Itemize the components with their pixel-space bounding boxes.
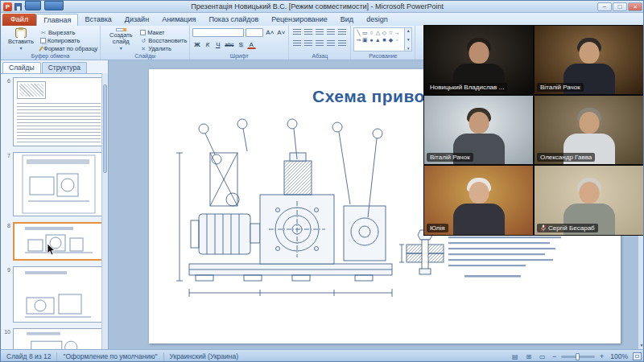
shapes-gallery-scrollbar[interactable]: ▲ ▼ ▾ [405,27,412,51]
tab-home[interactable]: Главная [36,14,78,26]
status-bar: Слайд 8 из 12 "Оформление по умолчанию" … [1,349,644,362]
tab-animation[interactable]: Анимация [155,14,202,26]
shape-icon[interactable]: ▭ [361,29,368,36]
align-center-icon[interactable] [304,40,312,47]
tab-review[interactable]: Рецензирование [265,14,334,26]
slide-thumbnail[interactable] [13,77,105,146]
zoom-out-button[interactable]: − [551,352,558,360]
save-icon[interactable] [14,3,22,10]
scissors-icon: ✂ [40,30,47,36]
panel-scrollbar-thumb[interactable] [103,84,107,173]
new-slide-label: Создать слайд [103,32,138,45]
thumbnail-drawing [14,224,103,259]
cut-button[interactable]: ✂ Вырезать [40,29,97,36]
zoom-in-button[interactable]: + [598,352,605,360]
tab-outline[interactable]: Структура [42,62,87,73]
decrease-indent-icon[interactable] [316,29,324,35]
shape-icon[interactable]: ● [368,36,374,43]
new-slide-dropdown-arrow[interactable]: ▾ [120,45,122,51]
text-shadow-button[interactable]: S [237,40,246,49]
shape-icon[interactable]: ☆ [387,29,394,36]
panel-scrollbar[interactable] [101,73,108,349]
powerpoint-app-icon[interactable]: P [3,2,12,11]
shape-icon[interactable]: ╲ [355,29,361,36]
theme-name[interactable]: "Оформление по умолчанию" [57,352,163,360]
slide-thumbnail[interactable] [13,328,105,349]
align-left-icon[interactable] [293,40,301,47]
shape-icon[interactable]: ⇒ [355,36,361,43]
italic-button[interactable]: К [203,40,212,49]
new-slide-button[interactable]: Создать слайд ▾ [103,27,138,51]
participant-tile[interactable]: Новицький Владислав ... [423,25,534,95]
columns-icon[interactable] [338,40,346,47]
increase-indent-icon[interactable] [327,29,335,35]
participant-name-label: Новицький Владислав ... [427,83,507,92]
tab-design-addin[interactable]: design [360,14,394,26]
shape-icon[interactable]: ○ [368,29,374,36]
participant-tile[interactable]: Олександр Гавва [534,95,644,165]
slideshow-view-button[interactable]: ▭ [537,352,547,361]
maximize-button[interactable]: □ [613,2,627,11]
new-slide-icon [116,28,126,31]
font-color-button[interactable]: А [247,40,256,49]
participant-tile[interactable]: Сергій Бесараб [534,165,644,236]
participant-tile[interactable]: Юлія [423,165,534,236]
shape-icon[interactable]: ◇ [381,29,387,36]
strikethrough-button[interactable]: abc [224,40,234,49]
shape-icon[interactable]: ▣ [361,36,368,43]
tab-insert[interactable]: Вставка [78,14,118,26]
slide-thumbnail-selected[interactable] [13,222,105,261]
tab-view[interactable]: Вид [334,14,360,26]
paste-clipboard-icon [15,28,27,38]
font-size-select[interactable] [246,28,263,37]
font-name-select[interactable] [192,28,244,37]
tab-slideshow[interactable]: Показ слайдов [202,14,265,26]
shape-icon[interactable]: ◦ [394,36,400,43]
shape-icon[interactable]: ▲ [374,36,381,43]
underline-button[interactable]: Ч [213,40,222,49]
slide-panel: Слайды Структура 6 7 [1,60,109,349]
tab-design[interactable]: Дизайн [118,14,155,26]
tab-slides[interactable]: Слайды [2,62,41,73]
slide-sorter-view-button[interactable]: ⊞ [523,352,534,361]
shape-icon[interactable]: → [394,29,400,36]
participant-tile[interactable]: Віталій Рачок [423,95,534,165]
participant-tile[interactable]: Віталій Рачок [534,25,644,95]
shape-icon[interactable]: ■ [381,36,387,43]
delete-label: Удалить [148,45,171,52]
line-spacing-icon[interactable] [338,29,346,35]
font-group: A˄ A˅ Ж К Ч abc S А Шрифт [190,26,289,60]
numbered-list-icon[interactable] [304,29,312,35]
drawing-group: ╲▭○△◇☆→⇒▣●▲■◆◦ ▲ ▼ ▾ Рисование [351,26,415,60]
reset-button[interactable]: ↺ Восстановить [140,37,187,44]
paste-dropdown-arrow[interactable]: ▾ [19,45,22,51]
zoom-slider[interactable] [561,356,595,358]
gallery-more-icon[interactable]: ▾ [405,46,411,51]
shape-icon[interactable]: ◆ [387,36,394,43]
bold-button[interactable]: Ж [192,40,201,49]
scroll-down-icon[interactable]: ▼ [638,342,644,349]
slide-thumbnail[interactable] [13,266,105,323]
zoom-slider-thumb[interactable] [576,353,580,360]
scroll-up-icon[interactable]: ▲ [405,28,411,33]
minimize-button[interactable]: − [597,2,612,11]
tab-file[interactable]: Файл [2,14,36,26]
format-painter-button[interactable]: Формат по образцу [40,45,97,52]
normal-view-button[interactable]: ▤ [510,352,520,361]
bullet-list-icon[interactable] [293,29,301,35]
fit-to-window-button[interactable] [633,352,642,360]
copy-button[interactable]: Копировать [40,37,97,44]
grow-font-icon[interactable]: A˄ [265,28,275,37]
justify-icon[interactable] [327,40,335,47]
delete-button[interactable]: ✕ Удалить [140,45,187,52]
shape-icon[interactable]: △ [374,29,381,36]
scroll-down-icon[interactable]: ▼ [405,37,411,42]
slide-thumbnail[interactable] [13,152,105,216]
paste-button[interactable]: Вставить ▾ [3,27,39,51]
shrink-font-icon[interactable]: A˅ [276,28,286,37]
language-indicator[interactable]: Украинский (Украина) [164,352,244,360]
layout-button[interactable]: Макет [140,29,187,36]
close-button[interactable]: × [628,2,642,11]
align-right-icon[interactable] [316,40,324,47]
paste-label: Вставить [8,39,34,45]
